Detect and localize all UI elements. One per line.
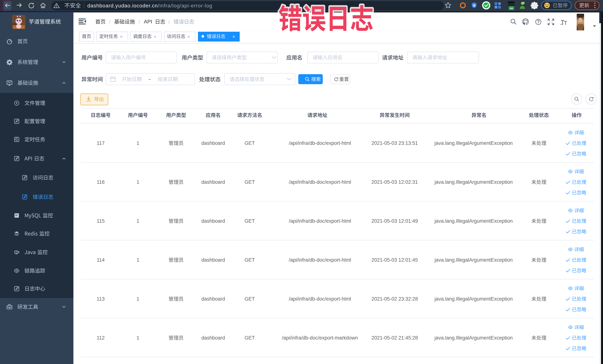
svg-text:on: on xyxy=(510,7,513,10)
